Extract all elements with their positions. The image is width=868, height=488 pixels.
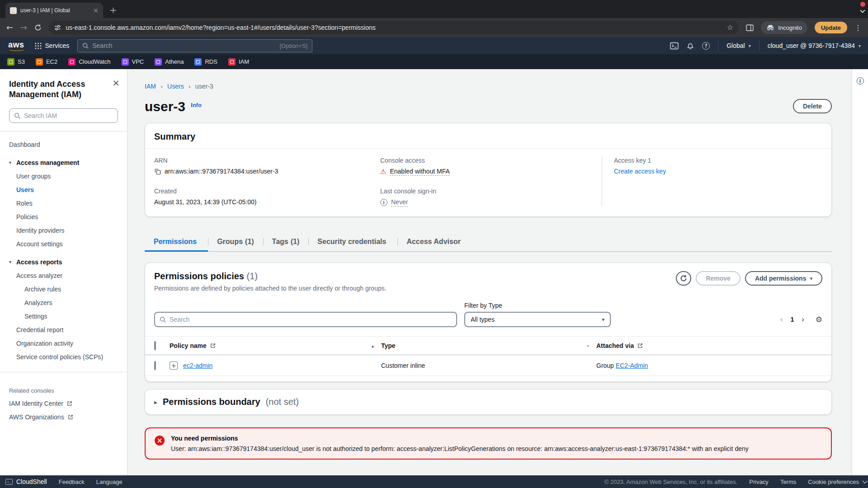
language-link[interactable]: Language: [96, 479, 123, 485]
breadcrumb: IAM › Users › user-3: [145, 83, 832, 90]
expand-row-icon[interactable]: +: [170, 361, 178, 370]
column-type[interactable]: Type ▾: [381, 342, 596, 349]
back-button[interactable]: ←: [6, 23, 13, 32]
sidebar-item-users[interactable]: Users: [9, 183, 118, 197]
console-search-input[interactable]: [92, 42, 276, 49]
sidebar-item-credential-report[interactable]: Credential report: [9, 323, 118, 337]
side-panel-icon[interactable]: [746, 24, 754, 31]
summary-card: Summary ARN arn:aws:iam::973679174384:us…: [145, 123, 832, 217]
attached-group-link[interactable]: EC2-Admin: [616, 362, 648, 369]
sidebar-item-dashboard[interactable]: Dashboard: [9, 138, 118, 151]
url-text[interactable]: us-east-1.console.aws.amazon.com/iamv2/h…: [66, 24, 722, 31]
pagination-page-1[interactable]: 1: [790, 315, 794, 323]
sidebar-item-identity-providers[interactable]: Identity providers: [9, 224, 118, 237]
sidebar-search[interactable]: [9, 108, 118, 123]
breadcrumb-users[interactable]: Users: [167, 83, 184, 90]
refresh-button[interactable]: [676, 271, 691, 286]
table-preferences-gear-icon[interactable]: ⚙: [816, 315, 822, 324]
sidebar-item-analyzers[interactable]: Analyzers: [9, 296, 118, 310]
overlay-chevron-bottom[interactable]: [862, 479, 867, 483]
browser-tab-bar: user-3 | IAM | Global × +: [0, 0, 868, 18]
sidebar-item-scps[interactable]: Service control policies (SCPs): [9, 350, 118, 364]
policy-link[interactable]: ec2-admin: [183, 362, 212, 369]
sidebar-search-input[interactable]: [24, 112, 113, 119]
remove-button[interactable]: Remove: [696, 271, 740, 286]
feedback-link[interactable]: Feedback: [59, 479, 85, 485]
favorite-ec2[interactable]: EC2: [36, 58, 57, 66]
search-icon: [160, 316, 166, 323]
policies-table: Policy name ▴ Type ▾ Attached via: [145, 336, 831, 376]
copy-icon[interactable]: [154, 168, 161, 175]
tab-security-credentials[interactable]: Security credentials: [308, 233, 397, 251]
console-search[interactable]: [Option+S]: [77, 39, 312, 52]
add-permissions-button[interactable]: Add permissions ▾: [745, 271, 822, 286]
site-settings-icon[interactable]: [54, 24, 61, 31]
breadcrumb-iam[interactable]: IAM: [145, 83, 156, 90]
sort-ascending-icon[interactable]: ▴: [372, 343, 374, 348]
sort-icon[interactable]: ▾: [587, 343, 589, 348]
favorite-rds[interactable]: RDS: [194, 58, 217, 66]
account-menu[interactable]: cloud_user @ 9736-7917-4384 ▾: [768, 42, 861, 49]
info-panel-icon[interactable]: i: [857, 77, 864, 84]
sidebar-item-user-groups[interactable]: User groups: [9, 169, 118, 183]
privacy-link[interactable]: Privacy: [749, 479, 769, 485]
search-icon: [82, 42, 89, 49]
favorite-s3[interactable]: S3: [7, 58, 25, 66]
expander-caret-icon[interactable]: ▸: [154, 399, 157, 406]
delete-button[interactable]: Delete: [793, 99, 832, 113]
new-tab-button[interactable]: +: [109, 5, 117, 14]
sidebar-section-access-reports[interactable]: ▾ Access reports: [9, 255, 118, 269]
sidebar-item-policies[interactable]: Policies: [9, 210, 118, 224]
favorite-cloudwatch[interactable]: CloudWatch: [68, 58, 110, 66]
pagination-prev[interactable]: ‹: [780, 314, 783, 324]
tab-groups[interactable]: Groups(1): [208, 233, 263, 251]
region-selector[interactable]: Global ▾: [726, 42, 751, 49]
notifications-bell-icon[interactable]: [687, 42, 694, 50]
favorite-iam[interactable]: IAM: [228, 58, 249, 66]
policy-search-input[interactable]: [170, 316, 452, 323]
cloudshell-icon[interactable]: [670, 42, 679, 50]
overlay-chevron-top[interactable]: [860, 8, 865, 13]
sidebar-item-settings[interactable]: Settings: [9, 310, 118, 323]
tab-permissions[interactable]: Permissions: [145, 233, 208, 251]
create-access-key-link[interactable]: Create access key: [614, 168, 666, 175]
sidebar-close-icon[interactable]: ×: [112, 78, 120, 87]
row-checkbox[interactable]: [154, 361, 156, 370]
sidebar-section-access-management[interactable]: ▾ Access management: [9, 156, 118, 169]
bookmark-star-icon[interactable]: ☆: [727, 24, 733, 31]
tab-access-advisor[interactable]: Access Advisor: [397, 233, 472, 251]
aws-logo[interactable]: aws: [7, 40, 27, 52]
cloudshell-button[interactable]: >_ CloudShell: [5, 478, 47, 485]
policy-search[interactable]: [154, 312, 457, 327]
tab-close-icon[interactable]: ×: [93, 7, 99, 14]
sidebar-item-access-analyzer[interactable]: Access analyzer: [9, 269, 118, 282]
type-filter-select[interactable]: All types ▾: [464, 312, 611, 327]
error-icon: ×: [155, 436, 165, 446]
sidebar-item-organization-activity[interactable]: Organization activity: [9, 337, 118, 350]
permissions-boundary-card[interactable]: ▸ Permissions boundary (not set): [145, 389, 832, 415]
favorite-vpc[interactable]: VPC: [122, 58, 144, 66]
help-icon[interactable]: ?: [702, 42, 710, 50]
browser-menu-icon[interactable]: ⋮: [854, 23, 862, 32]
chrome-update-button[interactable]: Update: [815, 22, 847, 33]
info-link[interactable]: Info: [191, 102, 202, 108]
sidebar-item-aws-organizations[interactable]: AWS Organizations: [9, 410, 118, 424]
services-menu[interactable]: Services: [35, 42, 70, 49]
column-policy-name[interactable]: Policy name ▴: [170, 342, 381, 349]
favorite-athena[interactable]: Athena: [155, 58, 184, 66]
sidebar-item-account-settings[interactable]: Account settings: [9, 237, 118, 251]
reload-button[interactable]: [34, 24, 42, 31]
address-bar[interactable]: us-east-1.console.aws.amazon.com/iamv2/h…: [49, 21, 739, 34]
sidebar-item-roles[interactable]: Roles: [9, 197, 118, 210]
select-all-checkbox[interactable]: [154, 341, 156, 350]
cookie-preferences-link[interactable]: Cookie preferences: [808, 479, 859, 485]
tab-tags[interactable]: Tags(1): [263, 233, 309, 251]
column-attached-via[interactable]: Attached via: [596, 342, 831, 349]
pagination-next[interactable]: ›: [802, 314, 805, 324]
forward-button[interactable]: →: [20, 23, 27, 32]
favorites-bar: S3 EC2 CloudWatch VPC Athena RDS IAM: [0, 54, 868, 69]
sidebar-item-iam-identity-center[interactable]: IAM Identity Center: [9, 397, 118, 410]
sidebar-item-archive-rules[interactable]: Archive rules: [9, 282, 118, 296]
browser-tab[interactable]: user-3 | IAM | Global ×: [5, 3, 103, 18]
terms-link[interactable]: Terms: [780, 479, 796, 485]
